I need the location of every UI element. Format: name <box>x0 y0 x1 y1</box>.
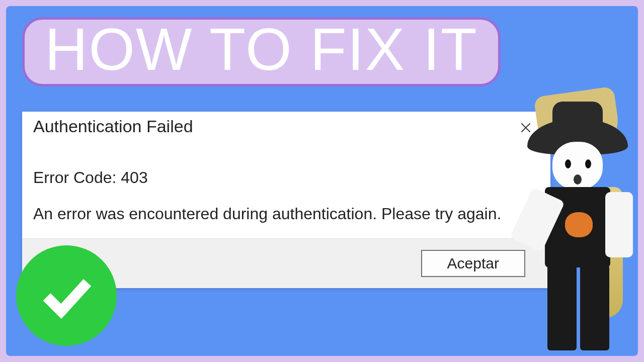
dialog-titlebar: Authentication Failed <box>22 112 550 141</box>
headline-badge: HOW TO FIX IT <box>22 17 501 86</box>
checkmark-icon <box>16 245 117 346</box>
thumbnail-frame: HOW TO FIX IT Authentication Failed Erro… <box>6 6 638 356</box>
accept-button[interactable]: Aceptar <box>421 250 525 277</box>
error-message-text: An error was encountered during authenti… <box>33 205 539 223</box>
error-code-text: Error Code: 403 <box>33 168 539 187</box>
dialog-title: Authentication Failed <box>33 117 193 136</box>
dialog-body: Error Code: 403 An error was encountered… <box>22 141 550 238</box>
headline-text: HOW TO FIX IT <box>45 16 478 82</box>
avatar-character <box>517 92 633 362</box>
